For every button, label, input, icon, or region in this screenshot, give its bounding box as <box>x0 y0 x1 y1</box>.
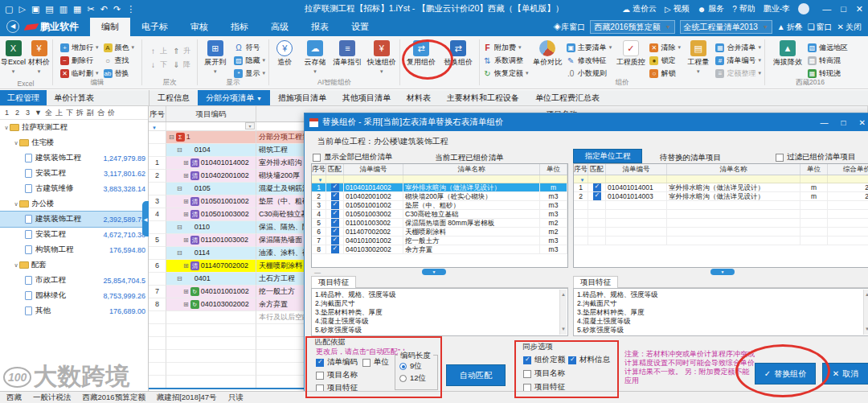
tab-unit-price-calc[interactable]: 单价计算表 <box>47 90 101 105</box>
surcharge-button[interactable]: F附加费▾ <box>481 42 530 53</box>
tree-item[interactable]: 园林绿化8,753,999.26 <box>0 288 148 303</box>
filter-row[interactable]: ▼ <box>574 175 868 183</box>
tree-item[interactable]: 安装工程4,672,710.38 <box>0 227 148 242</box>
tree-toolbar-button[interactable]: 拆 <box>76 107 84 118</box>
tab-material-table[interactable]: 材料表 <box>399 90 439 105</box>
restore-quota-button[interactable]: ↻恢复定额▾ <box>481 68 530 79</box>
list-guide-button[interactable]: ≡清单指引 <box>331 39 363 79</box>
priced-list-row[interactable]: 3 010501001002 垫层（中、粗砂） m3 <box>312 201 567 210</box>
add-row-button[interactable]: +增加行▾ <box>59 42 100 53</box>
col-name[interactable]: 清单名称 <box>403 164 540 175</box>
tree-item[interactable]: 市政工程25,854,704.5 <box>0 273 148 288</box>
tree-item-supporting[interactable]: ∨配套 <box>0 257 148 273</box>
match-by-name-checkbox[interactable]: 项目名称 <box>316 370 358 380</box>
match-checkbox[interactable] <box>331 236 339 245</box>
tab-measure-list[interactable]: 措施项目清单 <box>270 90 334 105</box>
filter-dropdown-icon[interactable]: ▾ <box>245 122 255 130</box>
to-replace-row[interactable]: 2 010401014003 室外排水暗沟（做法详见设计） m 2 <box>574 192 868 201</box>
tree-toolbar-button[interactable]: 1 <box>2 107 11 118</box>
tab-project-info[interactable]: 工程信息 <box>149 90 198 105</box>
ribbon-tab-settings[interactable]: 设置 <box>340 18 380 36</box>
dialog-minimize-button[interactable]: — <box>821 118 829 127</box>
cut-icon[interactable]: ✂ <box>88 0 95 18</box>
to-replace-row[interactable]: 1 010401014001 室外排水暗沟（做法详见设计） m 2 <box>574 183 868 192</box>
list-library-select[interactable]: 全统工程量清单2013▼ <box>680 20 772 34</box>
priced-list-row[interactable]: 6 011407002002 天棚喷刷涂料 m2 <box>312 228 567 236</box>
col-price[interactable]: 综合单价 <box>828 164 868 175</box>
match-checkbox[interactable] <box>331 210 339 218</box>
tree-item[interactable]: 安装工程3,117,801.62 <box>0 166 148 181</box>
expand-icon[interactable] <box>183 286 189 298</box>
priced-list-row[interactable]: 4 010501003002 C30商砼独立基础 m3 <box>312 210 567 219</box>
match-checkbox[interactable] <box>593 192 601 200</box>
dialog-maximize-button[interactable]: □ <box>841 118 846 127</box>
ribbon-tab-report[interactable]: 报表 <box>300 18 340 36</box>
new-file-icon[interactable]: ▢ <box>5 0 13 18</box>
tree-toolbar-button[interactable]: ▼ <box>34 107 43 118</box>
replace-button[interactable]: ab替换 <box>102 68 137 79</box>
cloud-link[interactable]: ☁造价云 <box>622 3 657 14</box>
tree-toolbar-button[interactable]: 下 <box>65 107 74 118</box>
match-by-code-checkbox[interactable]: 清单编码 <box>316 357 358 368</box>
replace-pricing-confirm-button[interactable]: ✓替换组价 <box>755 363 816 384</box>
remote-area-button[interactable]: ▧偏远地区 <box>806 42 850 53</box>
expand-icon[interactable] <box>177 144 182 156</box>
library-window-button[interactable]: ◈库窗口 <box>553 22 585 33</box>
tree-toolbar-button[interactable]: 上 <box>55 107 63 118</box>
tree-item-root[interactable]: ∨拉萨联测工程 <box>0 120 148 135</box>
decimal-rule-button[interactable]: .0小数规则 <box>565 68 614 79</box>
save-icon[interactable]: ▣ <box>31 0 39 18</box>
collapse-ribbon-button[interactable]: ▲折叠 <box>777 22 803 33</box>
dialog-titlebar[interactable]: 替换组价 - 采用[当前]左表清单替换右表清单组价 <box>305 113 868 131</box>
coefficient-adjust-button[interactable]: ⇅系数调整 <box>481 55 530 66</box>
col-unit[interactable]: 单位 <box>800 164 828 175</box>
expand-icon[interactable] <box>183 195 189 208</box>
radio-9-digits[interactable]: 9位 <box>399 361 422 372</box>
open-file-icon[interactable]: ▷ <box>18 0 25 18</box>
move-down-button[interactable]: ↓下 <box>147 59 169 71</box>
user-account[interactable]: 鹏业-李 <box>764 3 790 14</box>
expand-icon[interactable] <box>183 260 189 272</box>
tree-item[interactable]: 建筑装饰工程1,247,979.89 <box>0 150 148 166</box>
to-cast-in-place-button[interactable]: ▦转现浇 <box>806 68 850 79</box>
replace-pricing-button[interactable]: ⇄替换组价 <box>440 39 476 79</box>
tree-item-office[interactable]: ∨办公楼 <box>0 196 148 212</box>
ribbon-tab-advanced[interactable]: 高级 <box>260 18 300 36</box>
redo-icon[interactable]: ↷ <box>113 0 121 18</box>
match-by-unit-checkbox[interactable]: 单位 <box>362 357 389 368</box>
find-button[interactable]: ○查找 <box>102 55 137 66</box>
copy-icon[interactable]: ▥ <box>59 0 68 18</box>
tree-toolbar-button[interactable]: 副 <box>86 107 95 118</box>
col-match[interactable]: 匹配 <box>326 164 344 175</box>
expand-icon[interactable] <box>183 157 189 169</box>
quota-library-select[interactable]: 西藏2016预算定额▼ <box>590 20 674 34</box>
scrollbar[interactable]: ▲▼ <box>559 290 567 335</box>
tree-toolbar-button[interactable]: 全 <box>44 107 53 118</box>
modify-feature-button[interactable]: ✎修改特征 <box>565 55 614 66</box>
col-unit[interactable]: 单位 <box>540 164 567 175</box>
video-link[interactable]: ▷视频 <box>665 3 690 14</box>
quantity-button[interactable]: ▤工程量▾ <box>684 39 712 79</box>
maximize-button[interactable]: □ <box>841 4 846 14</box>
column-header-code[interactable]: 项目编码 <box>166 106 256 121</box>
expand-icon[interactable] <box>177 247 182 259</box>
collapse-arrow-button[interactable]: ▼ <box>422 269 446 275</box>
col-match[interactable]: 匹配 <box>588 164 606 175</box>
clear-button[interactable]: ✕清除▾ <box>648 42 682 53</box>
ribbon-tab-index[interactable]: 指标 <box>219 18 260 36</box>
sync-quota-checkbox[interactable]: 组价定额 <box>523 355 565 365</box>
expand-icon[interactable] <box>183 298 189 310</box>
expand-icon[interactable] <box>177 221 182 233</box>
match-checkbox[interactable] <box>331 192 339 200</box>
unit-price-compare-button[interactable]: 单价对比 <box>532 39 563 79</box>
priced-list-row[interactable]: 5 011001003002 保温隔热墙面 80mm厚岩棉板 m2 <box>312 219 567 228</box>
back-button[interactable]: ◀ <box>6 20 19 33</box>
scrollbar[interactable]: ▲▼ <box>863 290 868 335</box>
expand-icon[interactable] <box>177 183 182 195</box>
col-seq[interactable]: 序号 <box>574 164 588 175</box>
service-link[interactable]: ☻服务 <box>698 3 725 14</box>
delete-row-button[interactable]: −删除行 <box>59 55 100 66</box>
tab-unit-cost-summary[interactable]: 单位工程费汇总表 <box>527 90 608 105</box>
priced-list-row[interactable]: 7 040101001002 挖一般土方 m3 <box>312 236 567 245</box>
tab-bill-of-quantities[interactable]: 分部分项清单▼ <box>198 90 270 105</box>
